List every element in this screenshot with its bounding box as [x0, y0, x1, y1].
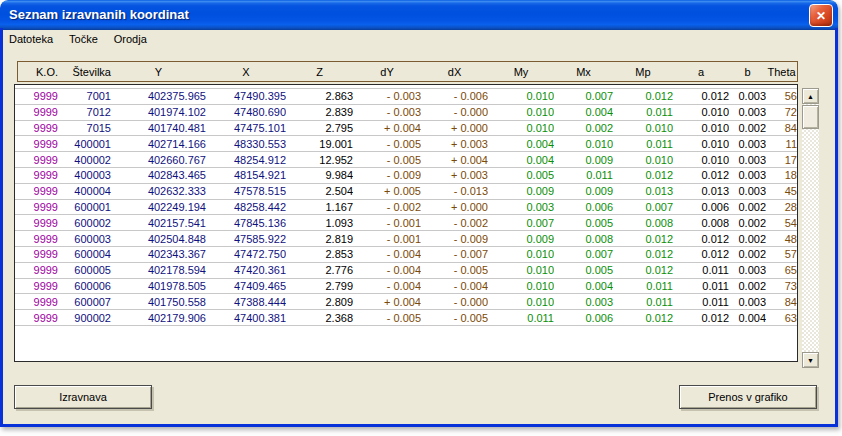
- cell-dy: - 0.004: [353, 248, 421, 260]
- table-row[interactable]: 9999600005402178.59447420.3612.776- 0.00…: [15, 263, 797, 279]
- cell-z: 9.984: [286, 169, 353, 181]
- table-row[interactable]: 9999600006401978.50547409.4652.799- 0.00…: [15, 279, 797, 295]
- vertical-scrollbar[interactable]: ▲ ▼: [802, 88, 819, 368]
- cell-my: 0.010: [488, 248, 554, 260]
- cell-theta: 45: [766, 185, 797, 197]
- cell--tevilka: 7012: [58, 106, 111, 118]
- cell-mx: 0.011: [554, 169, 613, 181]
- table-row[interactable]: 9999600002402157.54147845.1361.093- 0.00…: [15, 215, 797, 231]
- cell-dy: - 0.002: [353, 201, 421, 213]
- window-border-bottom: [0, 424, 838, 427]
- column-header-dx: dX: [421, 66, 488, 78]
- cell-y: 402179.906: [111, 312, 206, 324]
- cell-mx: 0.006: [554, 201, 613, 213]
- cell-my: 0.003: [488, 201, 554, 213]
- cell-mx: 0.010: [554, 138, 613, 150]
- table-header: K.O.ŠtevilkaYXZdYdXMyMxMpabTheta: [17, 61, 798, 82]
- cell-y: 401750.558: [111, 296, 206, 308]
- cell-mp: 0.008: [613, 217, 673, 229]
- cell-my: 0.010: [488, 264, 554, 276]
- cell-mp: 0.010: [613, 122, 673, 134]
- title-bar[interactable]: Seznam izravnanih koordinat ✕: [0, 0, 838, 30]
- cell-z: 2.799: [286, 280, 353, 292]
- cell-k-o-: 9999: [15, 154, 58, 166]
- menu-item-tocke[interactable]: Točke: [61, 31, 106, 48]
- table-row[interactable]: 99997015401740.48147475.1012.795+ 0.004+…: [15, 121, 797, 137]
- scrollbar-thumb[interactable]: [802, 105, 819, 129]
- cell-z: 2.819: [286, 233, 353, 245]
- cell-z: 12.952: [286, 154, 353, 166]
- close-button[interactable]: ✕: [809, 4, 833, 27]
- cell-mx: 0.002: [554, 122, 613, 134]
- table-row[interactable]: 9999600004402343.36747472.7502.853- 0.00…: [15, 247, 797, 263]
- table-row[interactable]: 9999600003402504.84847585.9222.819- 0.00…: [15, 231, 797, 247]
- table-row[interactable]: 9999600007401750.55847388.4442.809+ 0.00…: [15, 294, 797, 310]
- cell-z: 2.504: [286, 185, 353, 197]
- table-row[interactable]: 9999900002402179.90647400.3812.368- 0.00…: [15, 310, 797, 326]
- application-window: Seznam izravnanih koordinat ✕ Datoteka T…: [0, 0, 838, 427]
- cell-k-o-: 9999: [15, 201, 58, 213]
- cell-x: 47845.136: [206, 217, 286, 229]
- cell-dy: - 0.004: [353, 280, 421, 292]
- cell-b: 0.003: [729, 138, 766, 150]
- cell-k-o-: 9999: [15, 90, 58, 102]
- table-row[interactable]: 9999400004402632.33347578.5152.504+ 0.00…: [15, 184, 797, 200]
- cell-a: 0.010: [673, 138, 729, 150]
- cell-theta: 65: [766, 264, 797, 276]
- cell-x: 48254.912: [206, 154, 286, 166]
- menu-item-datoteka[interactable]: Datoteka: [3, 31, 61, 48]
- cell-mx: 0.004: [554, 280, 613, 292]
- prenos-v-grafiko-button[interactable]: Prenos v grafiko: [679, 385, 817, 409]
- cell-y: 402178.594: [111, 264, 206, 276]
- cell-dy: - 0.001: [353, 233, 421, 245]
- cell-a: 0.006: [673, 201, 729, 213]
- menu-item-orodja[interactable]: Orodja: [106, 31, 155, 48]
- cell-dx: - 0.007: [421, 248, 488, 260]
- cell-a: 0.011: [673, 280, 729, 292]
- table-row[interactable]: 9999400001402714.16648330.55319.001- 0.0…: [15, 136, 797, 152]
- cell-k-o-: 9999: [15, 280, 58, 292]
- column-header-mx: Mx: [554, 66, 613, 78]
- cell-k-o-: 9999: [15, 312, 58, 324]
- cell--tevilka: 600004: [58, 248, 111, 260]
- cell-theta: 72: [766, 106, 797, 118]
- column-header-x: X: [206, 66, 286, 78]
- menu-bar: Datoteka Točke Orodja: [3, 30, 835, 49]
- cell--tevilka: 600002: [58, 217, 111, 229]
- cell-mp: 0.012: [613, 233, 673, 245]
- cell-a: 0.012: [673, 169, 729, 181]
- table-row[interactable]: 9999400002402660.76748254.91212.952- 0.0…: [15, 152, 797, 168]
- table-row[interactable]: 9999400003402843.46548154.9219.984- 0.00…: [15, 168, 797, 184]
- table-row[interactable]: 9999600001402249.19448258.4421.167- 0.00…: [15, 200, 797, 216]
- scroll-up-button[interactable]: ▲: [802, 88, 819, 104]
- cell-mx: 0.008: [554, 233, 613, 245]
- cell-theta: 84: [766, 296, 797, 308]
- cell-dx: - 0.000: [421, 296, 488, 308]
- cell-dy: - 0.009: [353, 169, 421, 181]
- cell-mp: 0.011: [613, 106, 673, 118]
- cell-y: 402843.465: [111, 169, 206, 181]
- cell-y: 402632.333: [111, 185, 206, 197]
- table-row[interactable]: 99997012401974.10247480.6902.839- 0.003-…: [15, 105, 797, 121]
- coordinates-list[interactable]: 99997001402375.96547490.3952.863- 0.003-…: [14, 84, 798, 362]
- column-header-dy: dY: [353, 66, 421, 78]
- cell--tevilka: 7001: [58, 90, 111, 102]
- cell-b: 0.002: [729, 248, 766, 260]
- cell-dx: - 0.006: [421, 90, 488, 102]
- cell-x: 47490.395: [206, 90, 286, 102]
- window-border-left: [0, 28, 3, 427]
- cell-y: 402714.166: [111, 138, 206, 150]
- cell-k-o-: 9999: [15, 106, 58, 118]
- cell-mp: 0.012: [613, 248, 673, 260]
- cell-z: 2.776: [286, 264, 353, 276]
- cell-b: 0.004: [729, 312, 766, 324]
- izravnava-button[interactable]: Izravnava: [14, 385, 152, 409]
- cell-mp: 0.012: [613, 90, 673, 102]
- cell-a: 0.010: [673, 122, 729, 134]
- column-header-mp: Mp: [613, 66, 673, 78]
- scroll-down-button[interactable]: ▼: [802, 352, 819, 368]
- table-row[interactable]: 99997001402375.96547490.3952.863- 0.003-…: [15, 89, 797, 105]
- cell-mp: 0.011: [613, 296, 673, 308]
- cell-a: 0.010: [673, 154, 729, 166]
- cell-y: 402375.965: [111, 90, 206, 102]
